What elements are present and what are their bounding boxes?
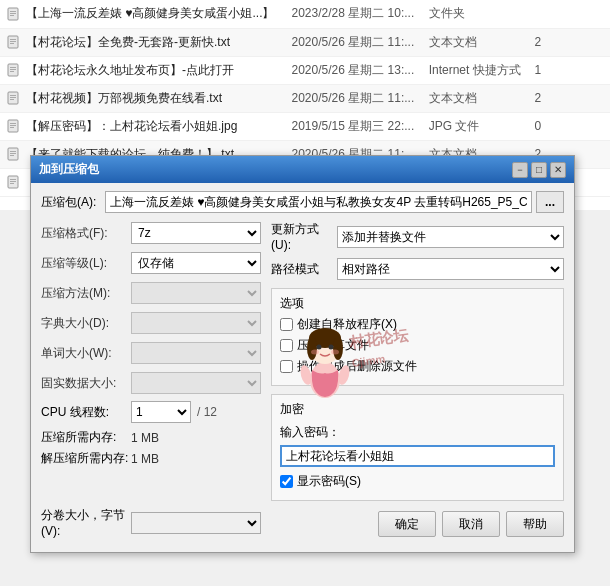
compress-shared-checkbox[interactable]	[280, 339, 293, 352]
archive-label: 压缩包(A):	[41, 194, 101, 211]
svg-rect-9	[10, 67, 16, 68]
dialog-maximize-button[interactable]: □	[531, 162, 547, 178]
compress-mem-value: 1 MB	[131, 431, 159, 445]
svg-rect-11	[10, 71, 14, 72]
file-date: 2020/5/26 星期二 11:...	[286, 84, 423, 112]
decompress-mem-label: 解压缩所需内存:	[41, 450, 131, 467]
method-row: 压缩方法(M):	[41, 281, 261, 305]
level-label: 压缩等级(L):	[41, 255, 131, 272]
dialog-close-button[interactable]: ✕	[550, 162, 566, 178]
svg-rect-6	[10, 41, 16, 42]
svg-rect-22	[10, 153, 16, 154]
svg-rect-3	[10, 15, 14, 16]
table-row: 【村花论坛】全免费-无套路-更新快.txt 2020/5/26 星期二 11:.…	[0, 28, 610, 56]
svg-rect-1	[10, 11, 16, 12]
compress-mem-row: 压缩所需内存: 1 MB	[41, 429, 261, 446]
file-size: 2	[529, 28, 610, 56]
level-row: 压缩等级(L): 仅存储	[41, 251, 261, 275]
solid-select[interactable]	[131, 372, 261, 394]
dialog-minimize-button[interactable]: －	[512, 162, 528, 178]
svg-rect-18	[10, 125, 16, 126]
delete-after-row: 操作完成后删除源文件	[280, 358, 555, 375]
decompress-mem-row: 解压缩所需内存: 1 MB	[41, 450, 261, 467]
delete-after-checkbox[interactable]	[280, 360, 293, 373]
buttons-section: 确定 取消 帮助	[271, 507, 564, 537]
table-row: 【村花论坛永久地址发布页】-点此打开 2020/5/26 星期二 13:... …	[0, 56, 610, 84]
dialog-body: 压缩包(A): ... 压缩格式(F): 7z 压缩等级(L): 仅存储	[31, 183, 574, 552]
help-button[interactable]: 帮助	[506, 511, 564, 537]
file-type: JPG 文件	[423, 112, 529, 140]
compress-shared-row: 压缩共享文件	[280, 337, 555, 354]
create-sfx-row: 创建自释放程序(X)	[280, 316, 555, 333]
vol-row: 分卷大小，字节(V):	[41, 507, 261, 538]
level-select[interactable]: 仅存储	[131, 252, 261, 274]
cpu-max: / 12	[197, 405, 217, 419]
method-select[interactable]	[131, 282, 261, 304]
file-size: 1	[529, 56, 610, 84]
file-name: 【村花论坛永久地址发布页】-点此打开	[0, 56, 286, 84]
format-label: 压缩格式(F):	[41, 225, 131, 242]
format-row: 压缩格式(F): 7z	[41, 221, 261, 245]
bottom-section: 分卷大小，字节(V): 确定 取消 帮助	[41, 507, 564, 542]
show-password-checkbox[interactable]	[280, 475, 293, 488]
dict-select[interactable]	[131, 312, 261, 334]
cancel-button[interactable]: 取消	[442, 511, 500, 537]
word-select[interactable]	[131, 342, 261, 364]
dict-label: 字典大小(D):	[41, 315, 131, 332]
password-box: 加密 输入密码： 显示密码(S)	[271, 394, 564, 501]
svg-rect-19	[10, 127, 14, 128]
cpu-row: CPU 线程数: 1 / 12	[41, 401, 261, 423]
path-mode-row: 路径模式 相对路径	[271, 258, 564, 280]
method-label: 压缩方法(M):	[41, 285, 131, 302]
file-size	[529, 0, 610, 28]
word-label: 单词大小(W):	[41, 345, 131, 362]
file-name: 【解压密码】：上村花论坛看小姐姐.jpg	[0, 112, 286, 140]
table-row: 【村花视频】万部视频免费在线看.txt 2020/5/26 星期二 11:...…	[0, 84, 610, 112]
table-row: 【上海一流反差婊 ♥高颜健身美女咸蛋小姐...】 2023/2/28 星期二 1…	[0, 0, 610, 28]
create-sfx-checkbox[interactable]	[280, 318, 293, 331]
solid-label: 固实数据大小:	[41, 375, 131, 392]
svg-rect-17	[10, 123, 16, 124]
file-name: 【上海一流反差婊 ♥高颜健身美女咸蛋小姐...】	[0, 0, 286, 28]
file-type: Internet 快捷方式	[423, 56, 529, 84]
right-column: 更新方式(U): 添加并替换文件 路径模式 相对路径 选项	[271, 221, 564, 501]
format-select[interactable]: 7z	[131, 222, 261, 244]
file-date: 2020/5/26 星期二 13:...	[286, 56, 423, 84]
svg-rect-23	[10, 155, 14, 156]
browse-button[interactable]: ...	[536, 191, 564, 213]
word-row: 单词大小(W):	[41, 341, 261, 365]
svg-rect-27	[10, 183, 14, 184]
path-mode-label: 路径模式	[271, 261, 331, 278]
cpu-select[interactable]: 1	[131, 401, 191, 423]
password-input[interactable]	[280, 445, 555, 467]
file-type: 文本文档	[423, 84, 529, 112]
svg-rect-15	[10, 99, 14, 100]
ok-button[interactable]: 确定	[378, 511, 436, 537]
vol-select[interactable]	[131, 512, 261, 534]
archive-path-input[interactable]	[105, 191, 532, 213]
dialog-titlebar: 加到压缩包 － □ ✕	[31, 156, 574, 183]
path-mode-select[interactable]: 相对路径	[337, 258, 564, 280]
cpu-label: CPU 线程数:	[41, 404, 131, 421]
file-date: 2019/5/15 星期三 22:...	[286, 112, 423, 140]
file-size: 0	[529, 112, 610, 140]
update-select[interactable]: 添加并替换文件	[337, 226, 564, 248]
update-row: 更新方式(U): 添加并替换文件	[271, 221, 564, 252]
compress-shared-label: 压缩共享文件	[297, 337, 369, 354]
file-size: 2	[529, 84, 610, 112]
left-column: 压缩格式(F): 7z 压缩等级(L): 仅存储 压缩方法(M):	[41, 221, 261, 501]
vol-section: 分卷大小，字节(V):	[41, 507, 261, 542]
solid-row: 固实数据大小:	[41, 371, 261, 395]
delete-after-label: 操作完成后删除源文件	[297, 358, 417, 375]
svg-rect-5	[10, 39, 16, 40]
file-name: 【村花视频】万部视频免费在线看.txt	[0, 84, 286, 112]
password-title: 加密	[280, 401, 555, 418]
svg-rect-26	[10, 181, 16, 182]
update-label: 更新方式(U):	[271, 221, 331, 252]
svg-rect-21	[10, 151, 16, 152]
file-type: 文件夹	[423, 0, 529, 28]
svg-rect-7	[10, 43, 14, 44]
dialog-title: 加到压缩包	[39, 161, 99, 178]
file-name: 【村花论坛】全免费-无套路-更新快.txt	[0, 28, 286, 56]
show-password-row: 显示密码(S)	[280, 473, 555, 490]
